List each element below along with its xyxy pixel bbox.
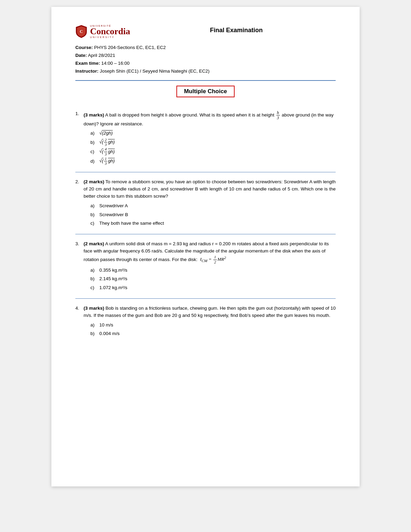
section-title-box: Multiple Choice (176, 86, 235, 97)
question-4: 4. (3 marks) Bob is standing on a fricti… (75, 305, 336, 338)
question-2-header: 2. (2 marks) To remove a stubborn screw,… (75, 178, 336, 200)
logo-text-group: UNIVERSITÉ Concordia UNIVERSITY (90, 25, 130, 38)
q1-answer-c: c) √(43gh) (90, 147, 336, 156)
q3-a-label: a) (90, 266, 97, 275)
question-4-header: 4. (3 marks) Bob is standing on a fricti… (75, 305, 336, 319)
q3-number: 3. (75, 240, 84, 248)
q2-c-value: They both have the same effect (99, 219, 164, 228)
exam-time-line: Exam time: 14:00 – 16:00 (75, 60, 336, 67)
q3-text: A uniform solid disk of mass m = 2.93 kg… (84, 241, 329, 262)
section-title-container: Multiple Choice (75, 86, 336, 103)
q1-c-label: c) (90, 147, 97, 156)
q4-a-label: a) (90, 321, 97, 330)
q1-c-value: √(43gh) (99, 147, 115, 156)
q4-text: Bob is standing on a frictionless surfac… (84, 306, 336, 318)
q1-d-label: d) (90, 157, 97, 166)
q1-answer-d: d) √(13gh) (90, 157, 336, 166)
q2-answers: a) Screwdriver A b) Screwdriver B c) The… (90, 201, 336, 228)
q2-divider (75, 234, 336, 234)
question-1-header: 1. (3 marks) A ball is dropped from heig… (75, 110, 336, 128)
q1-d-value: √(13gh) (99, 157, 115, 166)
university-bottom-label: UNIVERSITY (90, 36, 130, 38)
q3-body: (2 marks) A uniform solid disk of mass m… (84, 240, 336, 264)
instructor-label: Instructor: (75, 69, 99, 74)
exam-page: C UNIVERSITÉ Concordia UNIVERSITY Final … (51, 7, 360, 486)
q4-marks: (3 marks) (84, 306, 104, 311)
course-info: Course: PHYS 204-Sections EC, EC1, EC2 D… (75, 44, 336, 75)
exam-title: Final Examination (210, 27, 263, 34)
exam-time-value: 14:00 – 16:00 (101, 61, 130, 66)
q2-body: (2 marks) To remove a stubborn screw, yo… (84, 178, 336, 200)
svg-text:C: C (80, 29, 83, 34)
date-line: Date: April 28/2021 (75, 52, 336, 60)
q3-divider (75, 298, 336, 299)
concordia-name: Concordia (90, 27, 130, 36)
q1-marks: (3 marks) (84, 112, 104, 117)
q1-answer-a: a) √(2gh) (90, 129, 336, 138)
q2-answer-a: a) Screwdriver A (90, 201, 336, 210)
header: C UNIVERSITÉ Concordia UNIVERSITY Final … (75, 24, 336, 39)
q1-b-value: √(23gh) (99, 138, 115, 147)
q4-b-label: b) (90, 329, 97, 338)
q4-a-value: 10 m/s (99, 321, 113, 330)
instructor-line: Instructor: Joseph Shin (EC1) / Seyyed N… (75, 67, 336, 75)
q4-b-value: 0.004 m/s (99, 329, 120, 338)
q1-divider (75, 172, 336, 172)
q3-c-value: 1.072 kg.m²/s (99, 283, 127, 292)
q1-a-label: a) (90, 129, 97, 138)
q3-marks: (2 marks) (84, 241, 104, 246)
course-value: PHYS 204-Sections EC, EC1, EC2 (94, 45, 166, 50)
q1-b-label: b) (90, 138, 97, 147)
q3-c-label: c) (90, 283, 97, 292)
q3-b-label: b) (90, 274, 97, 283)
q4-answer-a: a) 10 m/s (90, 321, 336, 330)
exam-time-label: Exam time: (75, 61, 100, 66)
q2-marks: (2 marks) (84, 179, 104, 184)
logo-container: C UNIVERSITÉ Concordia UNIVERSITY (75, 24, 130, 39)
q2-a-label: a) (90, 201, 97, 210)
q2-c-label: c) (90, 219, 97, 228)
question-2: 2. (2 marks) To remove a stubborn screw,… (75, 178, 336, 228)
q2-b-value: Screwdriver B (99, 210, 128, 219)
q1-body: (3 marks) A ball is dropped from height … (84, 110, 336, 128)
q1-number: 1. (75, 110, 84, 117)
date-value: April 28/2021 (88, 53, 115, 58)
q2-a-value: Screwdriver A (99, 201, 128, 210)
q3-answer-a: a) 0.355 kg.m²/s (90, 266, 336, 275)
q2-answer-b: b) Screwdriver B (90, 210, 336, 219)
course-label: Course: (75, 45, 93, 50)
q2-text: To remove a stubborn screw, you have an … (84, 179, 336, 199)
q1-answer-b: b) √(23gh) (90, 138, 336, 147)
q3-answer-c: c) 1.072 kg.m²/s (90, 283, 336, 292)
instructor-value: Joseph Shin (EC1) / Seyyed Nima Nateghi … (100, 69, 209, 74)
q4-body: (3 marks) Bob is standing on a frictionl… (84, 305, 336, 319)
q2-b-label: b) (90, 210, 97, 219)
q4-answer-b: b) 0.004 m/s (90, 329, 336, 338)
q3-a-value: 0.355 kg.m²/s (99, 266, 127, 275)
question-3-header: 3. (2 marks) A uniform solid disk of mas… (75, 240, 336, 264)
concordia-shield-icon: C (75, 24, 87, 39)
question-3: 3. (2 marks) A uniform solid disk of mas… (75, 240, 336, 292)
q3-answer-b: b) 2.145 kg.m²/s (90, 274, 336, 283)
header-title-area: Final Examination (137, 24, 336, 34)
q1-text: A ball is dropped from height h above gr… (105, 112, 276, 117)
date-label: Date: (75, 53, 87, 58)
q2-number: 2. (75, 178, 84, 186)
q2-answer-c: c) They both have the same effect (90, 219, 336, 228)
course-line: Course: PHYS 204-Sections EC, EC1, EC2 (75, 44, 336, 52)
q4-number: 4. (75, 305, 84, 312)
q4-answers: a) 10 m/s b) 0.004 m/s (90, 321, 336, 338)
top-divider (75, 80, 336, 81)
question-1: 1. (3 marks) A ball is dropped from heig… (75, 110, 336, 166)
q1-answers: a) √(2gh) b) √(23gh) c) √(43gh) d) (90, 129, 336, 166)
q1-a-value: √(2gh) (99, 129, 113, 138)
logo-area: C UNIVERSITÉ Concordia UNIVERSITY (75, 24, 130, 39)
q3-b-value: 2.145 kg.m²/s (99, 274, 127, 283)
q1-fraction: h 3 (276, 110, 280, 121)
q3-answers: a) 0.355 kg.m²/s b) 2.145 kg.m²/s c) 1.0… (90, 266, 336, 292)
